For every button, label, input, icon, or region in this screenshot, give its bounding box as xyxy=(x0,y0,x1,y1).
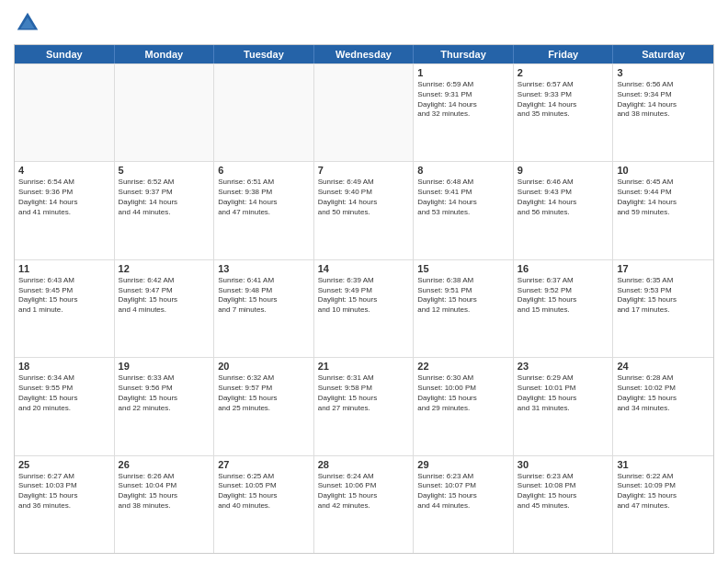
day-number: 10 xyxy=(617,165,710,176)
cell-text: Sunrise: 6:42 AM Sunset: 9:47 PM Dayligh… xyxy=(119,276,210,316)
cell-text: Sunrise: 6:43 AM Sunset: 9:45 PM Dayligh… xyxy=(18,276,110,316)
logo-icon xyxy=(14,9,41,37)
day-number: 2 xyxy=(518,67,609,78)
header xyxy=(14,9,714,37)
calendar-cell: 13Sunrise: 6:41 AM Sunset: 9:48 PM Dayli… xyxy=(214,260,314,357)
calendar-cell: 31Sunrise: 6:22 AM Sunset: 10:09 PM Dayl… xyxy=(613,456,713,553)
header-day-tuesday: Tuesday xyxy=(214,45,314,63)
cell-text: Sunrise: 6:33 AM Sunset: 9:56 PM Dayligh… xyxy=(119,373,210,413)
cell-text: Sunrise: 6:56 AM Sunset: 9:34 PM Dayligh… xyxy=(617,80,710,120)
day-number: 17 xyxy=(617,263,710,274)
cell-text: Sunrise: 6:27 AM Sunset: 10:03 PM Daylig… xyxy=(18,472,110,511)
calendar-cell: 14Sunrise: 6:39 AM Sunset: 9:49 PM Dayli… xyxy=(314,260,415,357)
cell-text: Sunrise: 6:57 AM Sunset: 9:33 PM Dayligh… xyxy=(518,80,609,120)
day-number: 13 xyxy=(218,263,310,274)
calendar-cell: 29Sunrise: 6:23 AM Sunset: 10:07 PM Dayl… xyxy=(414,456,514,553)
calendar-cell: 6Sunrise: 6:51 AM Sunset: 9:38 PM Daylig… xyxy=(214,162,314,259)
day-number: 30 xyxy=(518,459,609,470)
calendar-header: SundayMondayTuesdayWednesdayThursdayFrid… xyxy=(15,45,713,63)
cell-text: Sunrise: 6:25 AM Sunset: 10:05 PM Daylig… xyxy=(218,472,310,511)
calendar-cell xyxy=(314,64,415,161)
day-number: 14 xyxy=(318,263,410,274)
day-number: 27 xyxy=(218,459,310,470)
day-number: 9 xyxy=(518,165,609,176)
calendar-cell: 4Sunrise: 6:54 AM Sunset: 9:36 PM Daylig… xyxy=(15,162,115,259)
cell-text: Sunrise: 6:45 AM Sunset: 9:44 PM Dayligh… xyxy=(617,178,710,217)
calendar-cell: 9Sunrise: 6:46 AM Sunset: 9:43 PM Daylig… xyxy=(514,162,614,259)
cell-text: Sunrise: 6:39 AM Sunset: 9:49 PM Dayligh… xyxy=(318,276,410,316)
header-day-thursday: Thursday xyxy=(414,45,514,63)
calendar-cell: 11Sunrise: 6:43 AM Sunset: 9:45 PM Dayli… xyxy=(15,260,115,357)
cell-text: Sunrise: 6:49 AM Sunset: 9:40 PM Dayligh… xyxy=(318,178,410,217)
day-number: 28 xyxy=(318,459,410,470)
cell-text: Sunrise: 6:28 AM Sunset: 10:02 PM Daylig… xyxy=(617,373,710,413)
day-number: 7 xyxy=(318,165,410,176)
day-number: 16 xyxy=(518,263,609,274)
day-number: 24 xyxy=(617,361,710,372)
calendar-cell: 25Sunrise: 6:27 AM Sunset: 10:03 PM Dayl… xyxy=(15,456,115,553)
cell-text: Sunrise: 6:23 AM Sunset: 10:07 PM Daylig… xyxy=(417,472,509,511)
header-day-friday: Friday xyxy=(514,45,614,63)
calendar-cell: 28Sunrise: 6:24 AM Sunset: 10:06 PM Dayl… xyxy=(314,456,415,553)
logo xyxy=(14,9,45,37)
day-number: 20 xyxy=(218,361,310,372)
calendar-body: 1Sunrise: 6:59 AM Sunset: 9:31 PM Daylig… xyxy=(15,63,713,553)
calendar-cell xyxy=(15,64,115,161)
cell-text: Sunrise: 6:26 AM Sunset: 10:04 PM Daylig… xyxy=(119,472,210,511)
cell-text: Sunrise: 6:30 AM Sunset: 10:00 PM Daylig… xyxy=(417,373,509,413)
calendar-cell: 2Sunrise: 6:57 AM Sunset: 9:33 PM Daylig… xyxy=(514,64,614,161)
day-number: 3 xyxy=(617,67,710,78)
calendar-cell: 19Sunrise: 6:33 AM Sunset: 9:56 PM Dayli… xyxy=(115,358,215,454)
cell-text: Sunrise: 6:37 AM Sunset: 9:52 PM Dayligh… xyxy=(518,276,609,316)
header-day-monday: Monday xyxy=(115,45,215,63)
day-number: 6 xyxy=(218,165,310,176)
calendar-cell: 12Sunrise: 6:42 AM Sunset: 9:47 PM Dayli… xyxy=(115,260,215,357)
day-number: 11 xyxy=(18,263,110,274)
cell-text: Sunrise: 6:59 AM Sunset: 9:31 PM Dayligh… xyxy=(417,80,509,120)
cell-text: Sunrise: 6:34 AM Sunset: 9:55 PM Dayligh… xyxy=(18,373,110,413)
day-number: 1 xyxy=(417,67,509,78)
calendar-cell xyxy=(214,64,314,161)
calendar-cell: 20Sunrise: 6:32 AM Sunset: 9:57 PM Dayli… xyxy=(214,358,314,454)
day-number: 31 xyxy=(617,459,710,470)
calendar-cell: 23Sunrise: 6:29 AM Sunset: 10:01 PM Dayl… xyxy=(514,358,614,454)
calendar-row-4: 25Sunrise: 6:27 AM Sunset: 10:03 PM Dayl… xyxy=(15,455,713,553)
header-day-wednesday: Wednesday xyxy=(314,45,415,63)
day-number: 21 xyxy=(318,361,410,372)
calendar-row-3: 18Sunrise: 6:34 AM Sunset: 9:55 PM Dayli… xyxy=(15,357,713,454)
calendar-row-1: 4Sunrise: 6:54 AM Sunset: 9:36 PM Daylig… xyxy=(15,161,713,259)
calendar-cell: 21Sunrise: 6:31 AM Sunset: 9:58 PM Dayli… xyxy=(314,358,415,454)
cell-text: Sunrise: 6:41 AM Sunset: 9:48 PM Dayligh… xyxy=(218,276,310,316)
cell-text: Sunrise: 6:38 AM Sunset: 9:51 PM Dayligh… xyxy=(417,276,509,316)
calendar-cell: 7Sunrise: 6:49 AM Sunset: 9:40 PM Daylig… xyxy=(314,162,415,259)
calendar-cell: 15Sunrise: 6:38 AM Sunset: 9:51 PM Dayli… xyxy=(414,260,514,357)
cell-text: Sunrise: 6:23 AM Sunset: 10:08 PM Daylig… xyxy=(518,472,609,511)
cell-text: Sunrise: 6:54 AM Sunset: 9:36 PM Dayligh… xyxy=(18,178,110,217)
cell-text: Sunrise: 6:52 AM Sunset: 9:37 PM Dayligh… xyxy=(119,178,210,217)
calendar-cell: 22Sunrise: 6:30 AM Sunset: 10:00 PM Dayl… xyxy=(414,358,514,454)
calendar-cell: 16Sunrise: 6:37 AM Sunset: 9:52 PM Dayli… xyxy=(514,260,614,357)
cell-text: Sunrise: 6:32 AM Sunset: 9:57 PM Dayligh… xyxy=(218,373,310,413)
day-number: 22 xyxy=(417,361,509,372)
calendar-cell: 30Sunrise: 6:23 AM Sunset: 10:08 PM Dayl… xyxy=(514,456,614,553)
calendar-cell: 26Sunrise: 6:26 AM Sunset: 10:04 PM Dayl… xyxy=(115,456,215,553)
calendar-cell: 10Sunrise: 6:45 AM Sunset: 9:44 PM Dayli… xyxy=(613,162,713,259)
day-number: 23 xyxy=(518,361,609,372)
cell-text: Sunrise: 6:22 AM Sunset: 10:09 PM Daylig… xyxy=(617,472,710,511)
page: SundayMondayTuesdayWednesdayThursdayFrid… xyxy=(0,0,728,563)
calendar: SundayMondayTuesdayWednesdayThursdayFrid… xyxy=(14,44,714,554)
cell-text: Sunrise: 6:35 AM Sunset: 9:53 PM Dayligh… xyxy=(617,276,710,316)
calendar-row-0: 1Sunrise: 6:59 AM Sunset: 9:31 PM Daylig… xyxy=(15,63,713,161)
calendar-cell: 5Sunrise: 6:52 AM Sunset: 9:37 PM Daylig… xyxy=(115,162,215,259)
day-number: 5 xyxy=(119,165,210,176)
calendar-cell: 1Sunrise: 6:59 AM Sunset: 9:31 PM Daylig… xyxy=(414,64,514,161)
calendar-row-2: 11Sunrise: 6:43 AM Sunset: 9:45 PM Dayli… xyxy=(15,259,713,357)
calendar-cell: 8Sunrise: 6:48 AM Sunset: 9:41 PM Daylig… xyxy=(414,162,514,259)
cell-text: Sunrise: 6:24 AM Sunset: 10:06 PM Daylig… xyxy=(318,472,410,511)
calendar-cell: 24Sunrise: 6:28 AM Sunset: 10:02 PM Dayl… xyxy=(613,358,713,454)
header-day-saturday: Saturday xyxy=(613,45,713,63)
day-number: 18 xyxy=(18,361,110,372)
calendar-cell: 27Sunrise: 6:25 AM Sunset: 10:05 PM Dayl… xyxy=(214,456,314,553)
cell-text: Sunrise: 6:51 AM Sunset: 9:38 PM Dayligh… xyxy=(218,178,310,217)
day-number: 8 xyxy=(417,165,509,176)
